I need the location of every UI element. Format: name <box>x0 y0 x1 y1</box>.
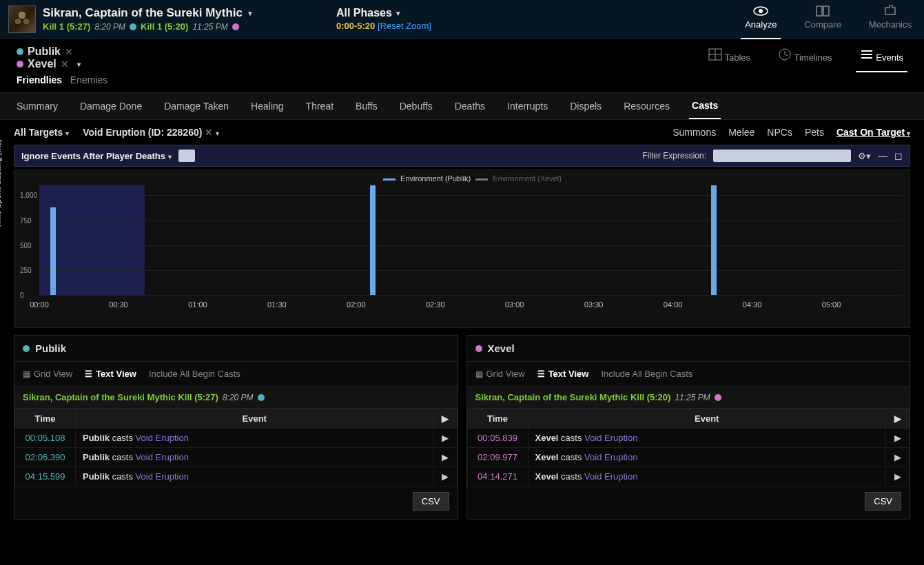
view-events-label: Events <box>876 52 903 63</box>
tab-buffs[interactable]: Buffs <box>353 94 380 119</box>
tab-threat[interactable]: Threat <box>303 94 336 119</box>
tab-damage-done[interactable]: Damage Done <box>77 94 145 119</box>
expand-header[interactable]: ▶ <box>433 409 457 429</box>
csv-button[interactable]: CSV <box>413 492 449 511</box>
player-dot-icon <box>23 345 30 352</box>
tab-analyze[interactable]: Analyze <box>741 2 781 37</box>
view-events[interactable]: Events <box>856 45 907 70</box>
event-header[interactable]: Event <box>528 409 886 429</box>
gridline <box>39 295 903 296</box>
chevron-down-icon[interactable]: ▾ <box>77 61 81 68</box>
legend-label[interactable]: Environment (Xevel) <box>491 174 562 183</box>
player2-name[interactable]: Xevel <box>28 58 57 70</box>
toggle-box[interactable] <box>178 150 195 162</box>
targets-dropdown[interactable]: All Targets ▾ <box>14 127 69 138</box>
expand-row-icon[interactable]: ▶ <box>433 448 457 467</box>
filter-npcs[interactable]: NPCs <box>767 127 792 138</box>
filter-pets[interactable]: Pets <box>805 127 824 138</box>
event-desc: Publik casts Void Eruption <box>76 448 434 467</box>
player1-name[interactable]: Publik <box>28 45 61 58</box>
player1-remove-icon[interactable]: ✕ <box>65 46 73 57</box>
tab-mechanics[interactable]: Mechanics <box>865 2 916 37</box>
csv-button[interactable]: CSV <box>865 492 901 511</box>
chart-bar[interactable] <box>370 185 376 295</box>
kill2-label[interactable]: Kill 1 (5:20) <box>141 21 188 32</box>
include-begin-casts[interactable]: Include All Begin Casts <box>149 369 240 379</box>
panel-footer: CSV <box>14 486 458 519</box>
expand-row-icon[interactable]: ▶ <box>433 467 457 486</box>
tab-damage-taken[interactable]: Damage Taken <box>161 94 232 119</box>
spell-link[interactable]: Void Eruption <box>136 452 189 462</box>
spell-link[interactable]: Void Eruption <box>584 433 637 443</box>
panel-xevel: Xevel▦Grid View☰Text ViewInclude All Beg… <box>466 335 911 520</box>
legend-label[interactable]: Environment (Publik) <box>398 174 473 183</box>
event-desc: Xevel casts Void Eruption <box>528 467 886 486</box>
kill1-label[interactable]: Kill 1 (5:27) <box>43 21 90 32</box>
maximize-icon[interactable]: ◻ <box>894 150 903 161</box>
event-time: 02:09.977 <box>467 448 528 467</box>
y-axis-label: Time Spent Casting (ms) <box>0 139 2 228</box>
grid-view-toggle[interactable]: ▦Grid View <box>475 369 525 379</box>
cast-chart[interactable]: Environment (Publik) Environment (Xevel)… <box>14 170 910 328</box>
chevron-down-icon: ▾ <box>65 130 69 137</box>
expand-row-icon[interactable]: ▶ <box>886 429 910 448</box>
tab-casts[interactable]: Casts <box>689 93 721 119</box>
time-header[interactable]: Time <box>15 409 76 429</box>
x-tick: 03:00 <box>505 300 524 309</box>
time-header[interactable]: Time <box>467 409 528 429</box>
table-row: 04:15.599Publik casts Void Eruption▶ <box>15 467 458 486</box>
expand-row-icon[interactable]: ▶ <box>886 448 910 467</box>
filter-expression-input[interactable] <box>713 150 851 162</box>
spell-link[interactable]: Void Eruption <box>136 471 189 482</box>
ignore-dropdown[interactable]: Ignore Events After Player Deaths ▾ <box>21 151 172 161</box>
chart-plot-area[interactable]: 02505007501,00000:0000:3001:0001:3002:00… <box>39 185 903 296</box>
expand-row-icon[interactable]: ▶ <box>433 429 457 448</box>
view-tables[interactable]: Tables <box>704 45 754 70</box>
ability-remove-icon[interactable]: ✕ <box>205 127 213 138</box>
chevron-down-icon: ▾ <box>905 130 910 137</box>
ignore-label: Ignore Events After Player Deaths <box>21 151 165 161</box>
enemies-tab[interactable]: Enemies <box>70 74 107 85</box>
text-view-toggle[interactable]: ☰Text View <box>537 369 589 379</box>
text-view-toggle[interactable]: ☰Text View <box>85 369 136 379</box>
filter-melee[interactable]: Melee <box>728 127 754 138</box>
minimize-icon[interactable]: — <box>878 150 887 161</box>
tab-dispels[interactable]: Dispels <box>567 94 604 119</box>
friendlies-tab[interactable]: Friendlies <box>17 74 62 85</box>
tab-debuffs[interactable]: Debuffs <box>397 94 435 119</box>
boss-title-dropdown[interactable]: Sikran, Captain of the Sureki Mythic ▼ <box>43 6 254 20</box>
tab-compare[interactable]: Compare <box>800 2 845 37</box>
tab-summary[interactable]: Summary <box>14 94 61 119</box>
svg-line-9 <box>785 54 788 56</box>
view-timelines[interactable]: Timelines <box>774 45 836 70</box>
include-begin-casts[interactable]: Include All Begin Casts <box>601 369 692 379</box>
svg-rect-3 <box>823 6 829 16</box>
spell-link[interactable]: Void Eruption <box>584 471 637 482</box>
chart-bar[interactable] <box>711 185 717 295</box>
tab-deaths[interactable]: Deaths <box>452 94 488 119</box>
expand-row-icon[interactable]: ▶ <box>886 467 910 486</box>
player2-remove-icon[interactable]: ✕ <box>61 59 69 70</box>
list-icon: ☰ <box>85 369 92 379</box>
gear-icon[interactable]: ⚙▾ <box>858 151 871 161</box>
player-filter-bar: Publik ✕ Xevel ✕ ▾ Friendlies Enemies Ta… <box>0 39 924 88</box>
filter-summons[interactable]: Summons <box>673 127 716 138</box>
event-header[interactable]: Event <box>76 409 434 429</box>
y-tick: 1,000 <box>20 192 37 199</box>
tab-mechanics-label: Mechanics <box>869 19 912 30</box>
tab-interrupts[interactable]: Interrupts <box>504 94 551 119</box>
targets-label: All Targets <box>14 127 63 138</box>
phase-dropdown[interactable]: All Phases ▼ <box>336 7 431 19</box>
tab-healing[interactable]: Healing <box>248 94 286 119</box>
spell-link[interactable]: Void Eruption <box>136 433 189 443</box>
tab-resources[interactable]: Resources <box>621 94 673 119</box>
spell-link[interactable]: Void Eruption <box>584 452 637 462</box>
reset-zoom-link[interactable]: [Reset Zoom] <box>378 21 431 31</box>
top-bar: Sikran, Captain of the Sureki Mythic ▼ K… <box>0 0 924 39</box>
chart-bar[interactable] <box>50 207 56 295</box>
kill2-time: 11:25 PM <box>192 22 227 32</box>
grid-view-toggle[interactable]: ▦Grid View <box>23 369 72 379</box>
filter-cast-on-target[interactable]: Cast On Target ▾ <box>836 127 910 138</box>
expand-header[interactable]: ▶ <box>886 409 910 429</box>
ability-filter[interactable]: Void Eruption (ID: 228260) ✕ ▾ <box>83 127 219 138</box>
